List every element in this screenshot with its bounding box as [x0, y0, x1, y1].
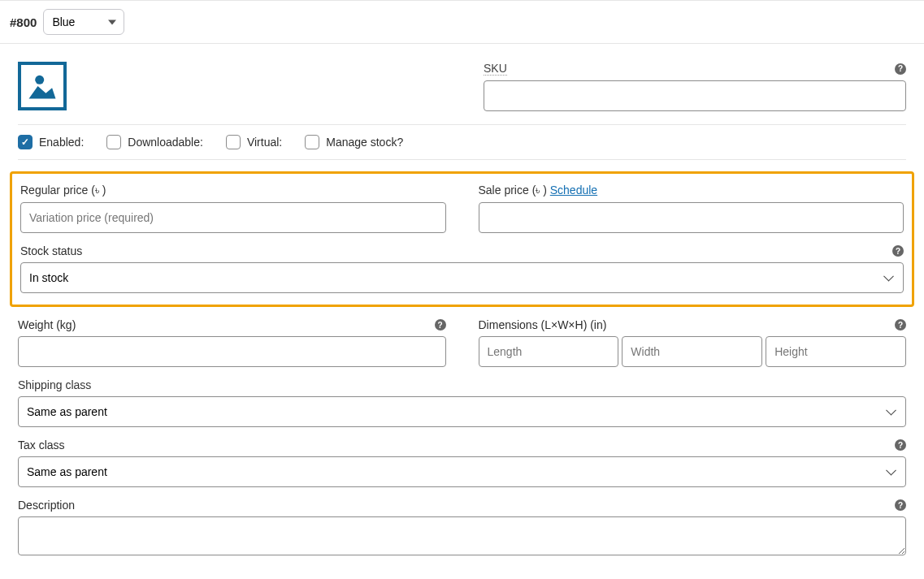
weight-input[interactable] [18, 336, 446, 367]
sku-input[interactable] [484, 80, 906, 111]
sku-label: SKU [484, 62, 507, 76]
regular-price-input[interactable] [20, 202, 446, 233]
length-input[interactable] [479, 336, 619, 367]
help-icon[interactable]: ? [892, 245, 904, 257]
width-input[interactable] [622, 336, 762, 367]
height-input[interactable] [766, 336, 906, 367]
attribute-select[interactable]: Blue [43, 9, 124, 35]
attribute-select-wrap: Blue [43, 9, 124, 35]
manage-stock-label: Manage stock? [326, 136, 403, 149]
help-icon[interactable]: ? [435, 319, 446, 331]
regular-price-label: Regular price (৳ ) [20, 184, 446, 197]
virtual-checkbox[interactable] [226, 135, 241, 149]
svg-point-1 [35, 76, 44, 84]
enabled-label: Enabled: [39, 136, 84, 149]
downloadable-checkbox-wrap[interactable]: Downloadable: [106, 135, 203, 149]
description-label: Description [18, 499, 75, 512]
description-textarea[interactable] [18, 516, 906, 555]
help-icon[interactable]: ? [895, 63, 906, 75]
variation-options-row: Enabled: Downloadable: Virtual: Manage s… [18, 124, 906, 160]
tax-class-select[interactable]: Same as parent [18, 456, 906, 487]
variation-header: #800 Blue [0, 0, 924, 44]
dimensions-label: Dimensions (L×W×H) (in) [479, 318, 607, 331]
shipping-class-label: Shipping class [18, 378, 906, 391]
tax-class-label: Tax class [18, 439, 65, 452]
shipping-class-select[interactable]: Same as parent [18, 396, 906, 427]
variation-image-placeholder[interactable] [18, 62, 67, 110]
schedule-link[interactable]: Schedule [550, 184, 597, 197]
stock-status-select[interactable]: In stock [20, 262, 904, 293]
enabled-checkbox[interactable] [18, 135, 33, 149]
enabled-checkbox-wrap[interactable]: Enabled: [18, 135, 84, 149]
help-icon[interactable]: ? [895, 439, 906, 451]
help-icon[interactable]: ? [895, 319, 906, 331]
virtual-checkbox-wrap[interactable]: Virtual: [226, 135, 282, 149]
stock-status-label: Stock status [20, 244, 82, 257]
pricing-stock-highlight: Regular price (৳ ) Sale price (৳ ) Sched… [10, 171, 914, 307]
manage-stock-checkbox-wrap[interactable]: Manage stock? [305, 135, 403, 149]
downloadable-label: Downloadable: [128, 136, 203, 149]
image-icon [24, 68, 60, 104]
sale-price-label: Sale price (৳ ) Schedule [479, 184, 904, 197]
sale-price-input[interactable] [479, 202, 904, 233]
downloadable-checkbox[interactable] [106, 135, 121, 149]
weight-label: Weight (kg) [18, 318, 76, 331]
manage-stock-checkbox[interactable] [305, 135, 319, 149]
virtual-label: Virtual: [247, 136, 282, 149]
help-icon[interactable]: ? [895, 499, 906, 511]
variation-id: #800 [10, 15, 37, 29]
